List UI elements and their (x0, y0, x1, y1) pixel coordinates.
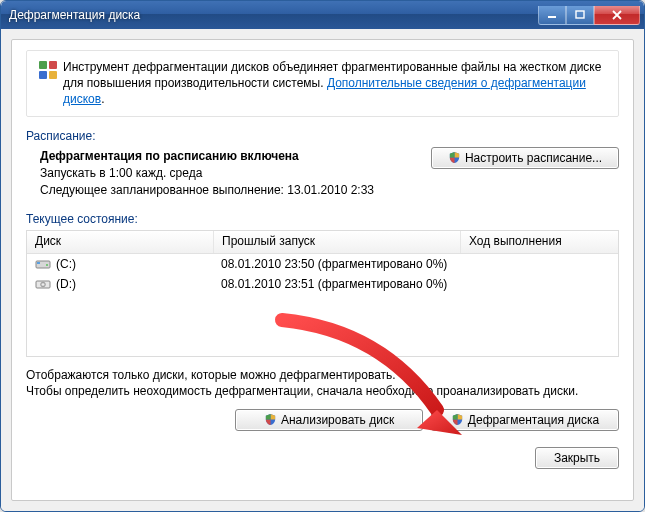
disk-label: (D:) (56, 277, 76, 291)
cd-drive-icon (35, 277, 51, 291)
maximize-button[interactable] (566, 6, 594, 25)
shield-icon (451, 413, 464, 427)
svg-rect-1 (576, 11, 584, 18)
defrag-label: Дефрагментация диска (468, 413, 599, 427)
col-disk[interactable]: Диск (27, 231, 214, 253)
close-row: Закрыть (26, 447, 619, 469)
configure-schedule-button[interactable]: Настроить расписание... (431, 147, 619, 169)
window-controls (538, 6, 644, 25)
close-button[interactable] (594, 6, 640, 25)
close-dialog-button[interactable]: Закрыть (535, 447, 619, 469)
svg-rect-0 (548, 16, 556, 18)
action-buttons: Анализировать диск Дефрагментация диска (26, 409, 619, 431)
note-line2: Чтобы определить неоходимость дефрагмент… (26, 384, 578, 398)
schedule-info: Дефрагментация по расписанию включена За… (26, 147, 374, 200)
svg-rect-2 (39, 61, 47, 69)
svg-rect-5 (49, 71, 57, 79)
schedule-heading: Расписание: (26, 129, 619, 143)
table-row[interactable]: (D:) 08.01.2010 23:51 (фрагментировано 0… (27, 274, 618, 294)
titlebar[interactable]: Дефрагментация диска (1, 1, 644, 29)
intro-text: Инструмент дефрагментации дисков объедин… (63, 59, 608, 108)
defrag-app-icon (37, 59, 53, 73)
disk-last-run: 08.01.2010 23:50 (фрагментировано 0%) (213, 256, 459, 272)
content-panel: Инструмент дефрагментации дисков объедин… (11, 39, 634, 501)
footer-note: Отображаются только диски, которые можно… (26, 367, 619, 399)
col-last-run[interactable]: Прошлый запуск (214, 231, 461, 253)
svg-rect-3 (49, 61, 57, 69)
schedule-run-at: Запускать в 1:00 кажд. среда (40, 166, 374, 180)
analyze-disk-button[interactable]: Анализировать диск (235, 409, 423, 431)
shield-icon (264, 413, 277, 427)
disk-table: Диск Прошлый запуск Ход выполнения (C:) … (26, 230, 619, 357)
schedule-row: Дефрагментация по расписанию включена За… (26, 147, 619, 200)
svg-rect-7 (37, 262, 40, 264)
table-row[interactable]: (C:) 08.01.2010 23:50 (фрагментировано 0… (27, 254, 618, 274)
disk-label: (C:) (56, 257, 76, 271)
disk-progress (459, 263, 618, 265)
defragment-disk-button[interactable]: Дефрагментация диска (431, 409, 619, 431)
svg-rect-4 (39, 71, 47, 79)
analyze-label: Анализировать диск (281, 413, 394, 427)
svg-point-8 (46, 264, 48, 266)
window-body: Инструмент дефрагментации дисков объедин… (1, 29, 644, 511)
schedule-enabled-label: Дефрагментация по расписанию включена (40, 149, 374, 163)
shield-icon (448, 151, 461, 165)
window-title: Дефрагментация диска (9, 8, 140, 22)
svg-point-11 (42, 283, 43, 284)
hdd-icon (35, 257, 51, 271)
note-line1: Отображаются только диски, которые можно… (26, 368, 396, 382)
intro-box: Инструмент дефрагментации дисков объедин… (26, 50, 619, 117)
disk-progress (459, 283, 618, 285)
current-state-heading: Текущее состояние: (26, 212, 619, 226)
configure-schedule-label: Настроить расписание... (465, 151, 602, 165)
table-header: Диск Прошлый запуск Ход выполнения (27, 231, 618, 254)
schedule-next-run: Следующее запланированное выполнение: 13… (40, 183, 374, 197)
col-progress[interactable]: Ход выполнения (461, 231, 618, 253)
minimize-button[interactable] (538, 6, 566, 25)
window-frame: Дефрагментация диска (0, 0, 645, 512)
disk-last-run: 08.01.2010 23:51 (фрагментировано 0%) (213, 276, 459, 292)
